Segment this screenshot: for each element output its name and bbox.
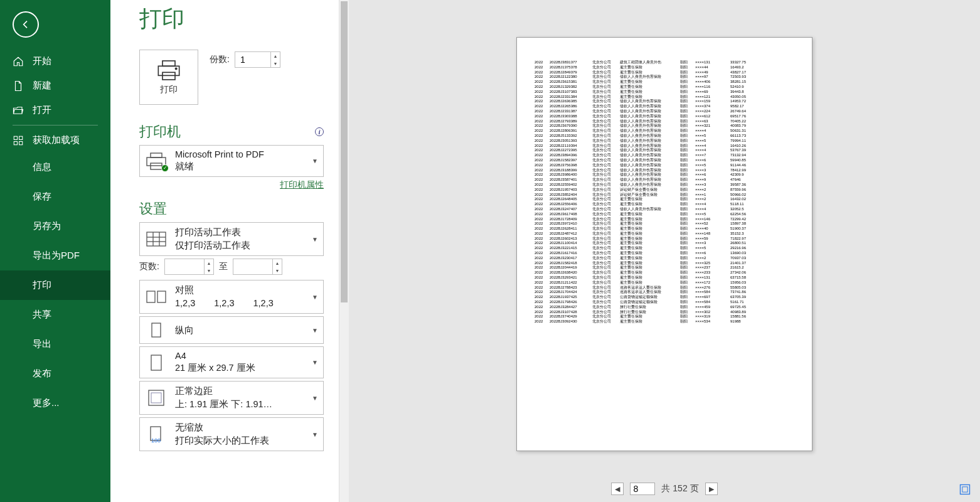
copies-input[interactable]: [235, 52, 270, 67]
pages-from-input[interactable]: ▲▼: [164, 259, 214, 275]
spin-down[interactable]: ▼: [273, 267, 282, 274]
spin-up[interactable]: ▲: [271, 52, 280, 60]
copies-label: 份数:: [210, 54, 230, 65]
svg-rect-19: [151, 355, 161, 370]
table-row: 20222022BJ2265386北京分公司借款人人身意外伤害保险朝阳××××3…: [535, 104, 794, 109]
dd-line: 纵向: [175, 324, 304, 336]
table-row: 20222022BJ3587401北京分公司借款人人身意外伤害保险朝阳××××9…: [535, 178, 794, 183]
paper-size-dropdown[interactable]: A421 厘米 x 29.7 厘米 ▼: [139, 346, 324, 378]
nav-label: 导出为PDF: [33, 250, 80, 260]
chevron-down-icon: ▼: [312, 431, 318, 438]
copies-spinner[interactable]: ▲▼: [235, 51, 280, 68]
nav-label: 更多...: [33, 397, 60, 408]
table-row: 20222022BJ3679390北京分公司借款人人身意外伤害保险朝阳××××3…: [535, 124, 794, 129]
dd-line: 打印实际大小的工作表: [175, 435, 304, 447]
spin-up[interactable]: ▲: [205, 259, 213, 267]
addins-icon: [13, 135, 24, 146]
dd-line: A4: [175, 351, 304, 361]
print-what-dropdown[interactable]: 打印活动工作表仅打印活动工作表 ▼: [139, 222, 324, 256]
table-row: 20222022BJ1937425北京分公司公路货物运输定额保险朝阳××××69…: [535, 295, 794, 300]
scaling-dropdown[interactable]: 100 无缩放打印实际大小的工作表 ▼: [139, 417, 324, 451]
dd-line: 无缩放: [175, 422, 304, 434]
table-row: 20222022BJ1329382北京分公司雇主责任保险朝阳××××116524…: [535, 85, 794, 90]
pages-to-input[interactable]: ▲▼: [233, 259, 282, 275]
table-row: 20222022BJ3303388北京分公司借款人人身意外伤害保险朝阳××××6…: [535, 114, 794, 119]
orientation-dropdown[interactable]: 纵向 ▼: [139, 316, 324, 344]
table-row: 20222022BJ3107428北京分公司旅行社责任保险朝阳××××30240…: [535, 310, 794, 315]
total-pages-label: 共 152 页: [661, 483, 698, 494]
nav-print[interactable]: 打印: [0, 270, 110, 300]
table-row: 20222022BJ1728409北京分公司雇主责任保险朝阳××××146722…: [535, 217, 794, 222]
settings-section-title: 设置: [139, 200, 324, 218]
table-row: 20222022BJ1957403北京分公司诉讼财产保全责任保险朝阳××××28…: [535, 188, 794, 193]
dd-line: 仅打印活动工作表: [175, 240, 304, 252]
table-row: 20222022BJ2559402北京分公司借款人人身意外伤害保险朝阳××××3…: [535, 183, 794, 188]
dd-line: 上: 1.91 厘米 下: 1.91…: [175, 398, 304, 410]
portrait-icon: [145, 321, 168, 339]
table-row: 20222022BJ2628411北京分公司雇主责任保险朝阳××××405190…: [535, 227, 794, 232]
nav-new[interactable]: 新建: [0, 73, 110, 98]
nav-addins[interactable]: 获取加载项: [0, 128, 110, 152]
nav-save[interactable]: 保存: [0, 182, 110, 211]
printer-dropdown[interactable]: Microsoft Print to PDF 就绪 ▼: [139, 145, 324, 177]
current-page-input[interactable]: [630, 483, 655, 495]
pages-label: 页数:: [139, 261, 159, 272]
home-icon: [13, 56, 24, 67]
table-row: 20222022BJ1375378北京分公司雇主责任保险朝阳××××441649…: [535, 65, 794, 70]
collate-dropdown[interactable]: 对照1,2,3 1,2,3 1,2,3 ▼: [139, 280, 324, 314]
pages-to-label: 至: [219, 261, 228, 272]
svg-rect-6: [162, 72, 175, 80]
preview-data-table: 20222022BJ3831377北京分公司建筑工程团体人身意外伤朝阳××××1…: [535, 60, 794, 324]
table-row: 20222022BJ2487412北京分公司雇主责任保险朝阳××××148351…: [535, 232, 794, 237]
nav-export[interactable]: 导出: [0, 329, 110, 359]
printer-properties-link[interactable]: 打印机属性: [139, 179, 324, 191]
spin-down[interactable]: ▼: [271, 60, 280, 67]
svg-rect-3: [19, 141, 23, 144]
spin-up[interactable]: ▲: [273, 259, 282, 267]
zoom-to-page-icon[interactable]: [959, 483, 971, 496]
back-button[interactable]: [13, 11, 39, 38]
spin-down[interactable]: ▼: [205, 267, 213, 274]
settings-scrollbar[interactable]: [339, 0, 349, 502]
table-row: 20222022BJ2638420北京分公司雇主责任保险朝阳××××233273…: [535, 270, 794, 275]
table-row: 20222022BJ3221415北京分公司雇主责任保险朝阳××××529216…: [535, 246, 794, 251]
nav-info[interactable]: 信息: [0, 152, 110, 182]
nav-label: 开始: [33, 55, 51, 67]
svg-rect-17: [157, 291, 166, 302]
printer-name: Microsoft Print to PDF: [175, 149, 304, 159]
table-row: 20222022BJ3986400北京分公司借款人人身意外伤害保险朝阳××××6…: [535, 173, 794, 178]
table-row: 20222022BJ5133392北京分公司借款人人身意外伤害保险朝阳××××5…: [535, 134, 794, 139]
table-row: 20222022BJ3894396北京分公司借款人人身意外伤害保险朝阳××××7…: [535, 153, 794, 158]
scrollbar-thumb[interactable]: [341, 1, 348, 302]
folder-open-icon: [13, 105, 24, 116]
nav-label: 新建: [33, 80, 51, 92]
print-button[interactable]: 打印: [139, 50, 198, 105]
nav-saveas[interactable]: 另存为: [0, 211, 110, 241]
table-row: 20222022BJ3740429北京分公司雇主责任保险朝阳××××319158…: [535, 314, 794, 319]
nav-home[interactable]: 开始: [0, 49, 110, 73]
print-settings-panel: 打印 打印 份数: ▲▼ 打印机 i: [110, 0, 339, 502]
next-page-button[interactable]: ▶: [705, 483, 718, 495]
nav-label: 导出: [33, 338, 51, 349]
table-row: 20222022BJ3293421北京分公司雇主责任保险朝阳××××131637…: [535, 275, 794, 280]
prev-page-button[interactable]: ◀: [611, 483, 624, 495]
nav-publish[interactable]: 发布: [0, 359, 110, 388]
nav-share[interactable]: 共享: [0, 300, 110, 329]
svg-rect-1: [19, 136, 23, 139]
nav-label: 打印: [33, 279, 51, 290]
nav-label: 共享: [33, 309, 51, 319]
svg-rect-2: [14, 141, 17, 144]
nav-label: 获取加载项: [33, 134, 80, 146]
nav-more[interactable]: 更多...: [0, 388, 110, 418]
margins-dropdown[interactable]: 正常边距上: 1.91 厘米 下: 1.91… ▼: [139, 381, 324, 415]
nav-open[interactable]: 打开: [0, 98, 110, 122]
nav-exportpdf[interactable]: 导出为PDF: [0, 241, 110, 270]
paper-icon: [145, 353, 168, 372]
table-row: 20222022BJ3230417北京分公司雇主责任保险朝阳××××270937…: [535, 256, 794, 261]
margins-icon: [145, 388, 168, 407]
printer-status: 就绪: [175, 161, 304, 173]
info-icon[interactable]: i: [315, 127, 324, 136]
printer-section-title: 打印机: [139, 122, 181, 141]
printer-icon: [156, 59, 181, 82]
preview-page: 20222022BJ3831377北京分公司建筑工程团体人身意外伤朝阳××××1…: [516, 37, 812, 451]
